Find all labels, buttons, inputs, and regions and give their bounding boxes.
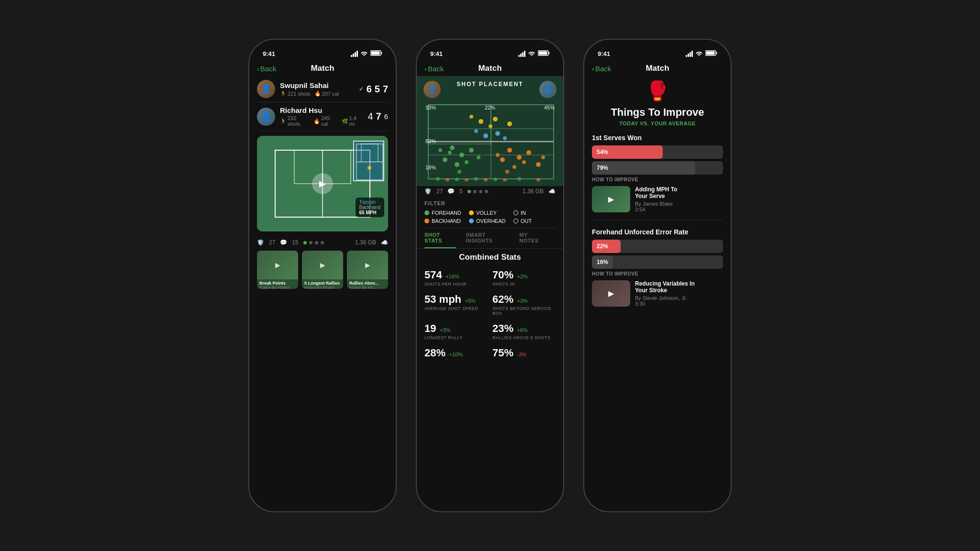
volume-up-button-3[interactable] [583,147,584,174]
player1-meta: 🏃 221 shots 🔥 207 cal [280,90,354,97]
player1-avatar: 👤 [257,80,275,98]
stat-value-6: 23% +6% [492,322,556,335]
forehand-dot [424,210,429,215]
volume-down-button-3[interactable] [583,178,584,205]
tab-my-notes[interactable]: MY NOTES [519,228,546,248]
volley-dot [469,210,474,215]
shot-type1: Topspin [359,199,380,205]
svg-point-39 [522,160,526,164]
svg-point-51 [474,129,478,133]
clip-1-info: Break Points POINT BY POINT 5 RALLIES [257,279,298,289]
svg-point-44 [493,117,498,121]
clip-2-play-icon: ▶ [320,261,325,269]
power-button-3[interactable] [731,154,732,193]
page-dots [303,241,324,244]
lesson-1-author: By James Blake [635,201,677,207]
shield-icon-2: 🛡️ [424,188,432,195]
filter-out[interactable]: OUT [513,218,556,224]
lesson-1-title: Adding MPH ToYour Serve [635,186,677,199]
back-button[interactable]: ‹ Back [257,65,276,73]
filter-forehand[interactable]: FOREHAND [424,210,467,216]
file-size: 1.36 GB [355,239,376,246]
power-button-2[interactable] [563,154,564,193]
svg-point-34 [517,155,522,160]
status-time-2: 9:41 [430,50,443,57]
video-stats-bar-2: 🛡️ 27 💬 5 1.36 GB ☁️ [417,186,563,197]
pct-top-right: 45% [544,105,555,110]
tab-smart-insights[interactable]: SMART INSIGHTS [466,228,510,248]
combined-stats: Combined Stats 574 +16% SHOTS PER HOUR 7… [417,253,563,359]
volume-up-button[interactable] [248,147,249,174]
how-to-improve-1: HOW TO IMPROVE [592,177,723,182]
player2-avatar: 👤 [257,108,275,126]
stat-label-6: RALLIES ABOVE 8 SHOTS [492,335,556,340]
metric-2-name: Forehand Unforced Error Rate [592,228,723,236]
back-button-3[interactable]: ‹ Back [592,65,611,73]
stat-label-5: LONGEST RALLY [424,335,488,340]
svg-point-29 [465,160,468,164]
backhand-dot [424,219,429,223]
dot2-4 [485,190,488,193]
svg-point-52 [436,177,440,181]
svg-rect-14 [549,52,550,54]
mute-button[interactable] [248,126,249,141]
improve-section: 🥊 Things To Improve TODAY VS. YOUR AVERA… [584,76,731,318]
clip-3[interactable]: ▶ Rallies Abov... POINT BY PO... 12 RALL… [347,251,388,289]
nav-bar-3: ‹ Back Match [584,61,731,76]
lesson-1-info: Adding MPH ToYour Serve By James Blake 3… [635,186,677,212]
tab-shot-stats[interactable]: SHOT STATS [424,228,456,248]
dot2-2 [473,190,477,193]
svg-point-41 [541,155,545,159]
svg-point-11 [368,166,371,170]
main-video[interactable]: ▶ Topspin Backhand 65 MPH [257,136,388,231]
backhand-label: BACKHAND [432,218,461,224]
player2-scores: 4 7 6 [368,111,388,122]
lesson-2-thumb[interactable]: ▶ [592,280,630,307]
wifi-icon-2 [528,50,535,57]
svg-point-47 [469,115,473,119]
clip-1-thumb: ▶ [257,251,298,279]
metric-2-avg-bar: 16% [592,255,723,269]
clip-2[interactable]: ▶ 5 Longest Rallies POINT BY POINT 35 RA… [302,251,343,289]
clips-row: ▶ Break Points POINT BY POINT 5 RALLIES … [257,251,388,289]
filter-overhead[interactable]: OVERHEAD [469,218,511,224]
nav-title-3: Match [646,64,669,73]
svg-point-35 [526,150,531,155]
phone-3: 9:41 ‹ Back Match 🥊 Things To Improve [583,39,732,512]
clip-3-info: Rallies Abov... POINT BY PO... 12 RALLIE… [347,279,388,289]
winner-check: ✓ [359,86,364,92]
filter-volley[interactable]: VOLLEY [469,210,511,216]
volley-label: VOLLEY [476,210,497,216]
svg-point-32 [457,170,461,174]
player1-cal: 🔥 207 cal [314,90,339,97]
lesson-1: ▶ Adding MPH ToYour Serve By James Blake… [592,186,723,212]
play-button[interactable]: ▶ [312,173,333,194]
view-count: 27 [269,239,275,246]
metric-1-today-fill: 54% [592,145,663,159]
svg-point-38 [512,165,516,169]
improve-subtitle: TODAY VS. YOUR AVERAGE [592,121,723,126]
svg-point-49 [495,131,500,136]
stat-value-8: 75% -3% [492,347,556,359]
dot-2 [309,241,312,244]
how-to-improve-2: HOW TO IMPROVE [592,271,723,276]
volume-down-button[interactable] [248,178,249,205]
stat-value-7: 28% +10% [424,347,488,359]
stat-value-2: 70% +2% [492,269,556,281]
lesson-1-thumb[interactable]: ▶ [592,186,630,212]
player1-info: Swupnil Sahai 🏃 221 shots 🔥 207 cal [280,81,354,97]
back-button-2[interactable]: ‹ Back [424,65,444,73]
svg-point-23 [450,145,455,150]
player2-row: 👤 Richard Hsu 🏃 232 shots 🔥 245 cal 🌿 1.… [257,102,388,131]
clip-1[interactable]: ▶ Break Points POINT BY POINT 5 RALLIES [257,251,298,289]
power-button[interactable] [396,154,397,193]
filter-in[interactable]: IN [513,210,556,216]
phone1-content: 👤 Swupnil Sahai 🏃 221 shots 🔥 207 cal ✓ … [249,76,396,511]
filter-backhand[interactable]: BACKHAND [424,218,467,224]
svg-point-45 [507,121,512,126]
mute-button-3[interactable] [583,126,584,141]
metric-1-today-bar: 54% [592,145,723,159]
forehand-label: FOREHAND [432,210,461,216]
svg-point-36 [500,157,505,162]
shot-placement-title: SHOT PLACEMENT [457,81,523,88]
